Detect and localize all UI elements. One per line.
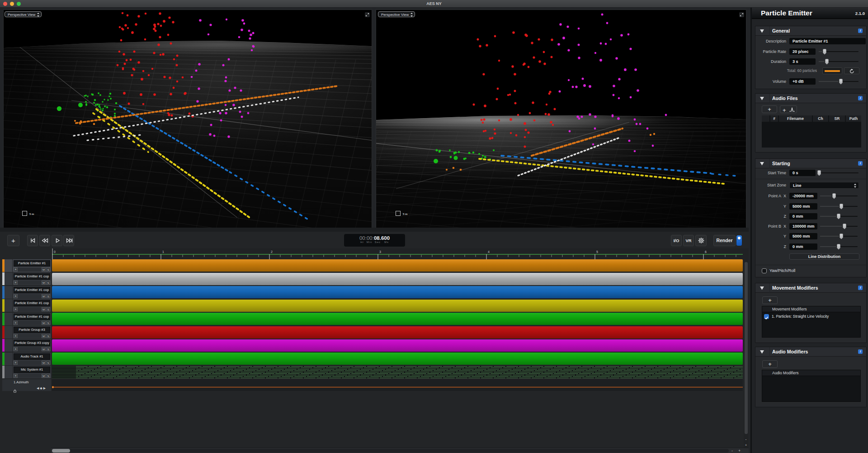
- svg-text:0: 0: [54, 250, 56, 253]
- svg-text:4: 4: [488, 250, 490, 253]
- svg-text:6: 6: [705, 250, 707, 253]
- svg-text:5: 5: [596, 250, 598, 253]
- svg-text:3: 3: [379, 250, 381, 253]
- svg-text:2: 2: [271, 250, 273, 253]
- svg-text:1: 1: [162, 250, 164, 253]
